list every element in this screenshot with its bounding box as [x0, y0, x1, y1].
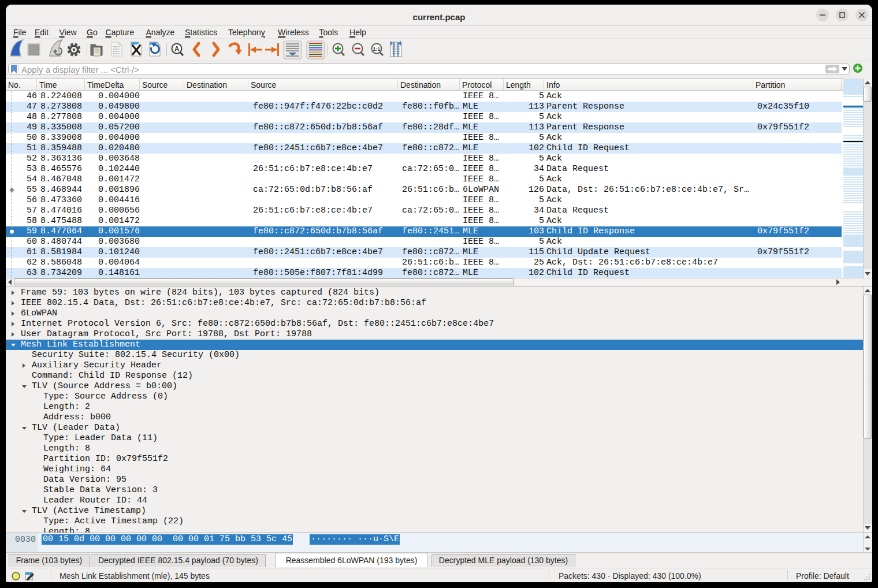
- svg-text:A: A: [174, 45, 180, 53]
- svg-text:1:1: 1:1: [373, 46, 380, 52]
